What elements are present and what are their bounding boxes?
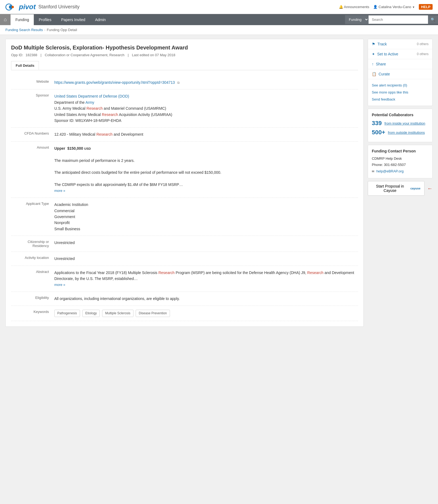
pivot-wordmark: pivot — [19, 3, 36, 11]
nav-item-profiles[interactable]: Profiles — [34, 14, 56, 25]
collaborators-card: Potential Collaborators 339 from inside … — [368, 109, 433, 142]
activity-row: Activity location Unrestricted — [11, 252, 358, 266]
more-opps-link[interactable]: See more opps like this — [372, 89, 429, 96]
website-value: https://www.grants.gov/web/grants/view-o… — [54, 79, 358, 85]
amount-body2: The anticipated direct costs budgeted fo… — [54, 170, 221, 175]
keyword-0[interactable]: Pathogenesis — [54, 310, 80, 317]
track-label: ⚑ Track — [372, 42, 387, 46]
user-icon: 👤 — [373, 5, 377, 9]
sponsor-link-0[interactable]: United States Department of Defense (DOD… — [54, 94, 129, 98]
amount-more-link[interactable]: more » — [54, 189, 65, 193]
breadcrumb-current: Funding Opp Detail — [47, 28, 77, 32]
sponsor-army-link[interactable]: Army — [85, 100, 94, 105]
abstract-label: Abstract — [11, 270, 54, 288]
website-row: Website https://www.grants.gov/web/grant… — [11, 76, 358, 89]
website-label: Website — [11, 79, 54, 85]
email-icon: ✉ — [372, 170, 374, 173]
collaborators-title: Potential Collaborators — [372, 113, 429, 117]
cayuse-area: Start Proposal in Cayuse cayuse ← — [368, 181, 433, 196]
contact-name: CDMRP Help Desk — [372, 155, 429, 162]
eligibility-row: Eligibility All organizations, including… — [11, 292, 358, 306]
cayuse-button[interactable]: Start Proposal in Cayuse cayuse — [368, 181, 424, 196]
amount-row: Amount Upper $150,000 USD The maximum pe… — [11, 142, 358, 198]
opp-type: Collaboration or Cooperative Agreement, … — [45, 53, 125, 57]
amount-label: Amount — [11, 145, 54, 194]
collab-inside-link[interactable]: from inside your institution — [384, 121, 425, 125]
search-input[interactable] — [369, 15, 428, 24]
nav-bar: ⌂ Funding Profiles Papers Invited Admin … — [0, 14, 438, 25]
applicant-type-2: Government — [54, 214, 358, 220]
set-active-label: ✦ Set to Active — [372, 52, 398, 56]
right-panel: ⚑ Track 0 others ✦ Set to Active 0 other… — [368, 39, 433, 327]
abstract-highlight-2: Research — [307, 271, 323, 275]
svg-point-2 — [12, 6, 14, 8]
share-label: ↑ Share — [372, 62, 386, 66]
collab-outside-num: 500+ — [372, 129, 385, 136]
top-header: pivot Stanford University 🔔 Announcement… — [0, 0, 438, 14]
university-name: Stanford University — [38, 4, 79, 10]
applicant-row: Applicant Type Academic Institution Comm… — [11, 198, 358, 236]
search-dropdown[interactable]: Funding Profiles — [345, 15, 369, 24]
curate-icon: 📋 — [372, 72, 376, 76]
curate-action[interactable]: 📋 Curate — [368, 69, 432, 79]
abstract-more-link[interactable]: more » — [54, 283, 65, 287]
share-action[interactable]: ↑ Share — [368, 59, 432, 69]
applicant-type-1: Commercial — [54, 208, 358, 214]
cfda-label: CFDA Numbers — [11, 131, 54, 137]
active-count: 0 others — [417, 52, 429, 56]
nav-item-funding[interactable]: Funding — [11, 14, 34, 25]
collab-outside-link[interactable]: from outside institutions — [388, 131, 425, 135]
help-button[interactable]: HELP — [419, 4, 433, 10]
search-button[interactable]: 🔍 — [428, 15, 438, 24]
amount-body1: The maximum period of performance is 2 y… — [54, 158, 135, 163]
nav-item-papers-invited[interactable]: Papers Invited — [56, 14, 90, 25]
keyword-3[interactable]: Disease Prevention — [136, 310, 170, 317]
alert-recipients-link[interactable]: See alert recipients (0) — [372, 82, 429, 89]
funding-contact-title: Funding Contact Person — [372, 149, 429, 153]
funding-contact-card: Funding Contact Person CDMRP Help Desk P… — [368, 145, 433, 178]
share-icon: ↑ — [372, 62, 374, 66]
announcements-link[interactable]: 🔔 Announcements — [339, 5, 369, 9]
abstract-row: Abstract Applications to the Fiscal Year… — [11, 266, 358, 292]
user-menu[interactable]: 👤 Catalina Verdu-Cano ▼ — [373, 5, 415, 9]
keywords-row: Keywords Pathogenesis Etiology Multiple … — [11, 306, 358, 321]
activity-value: Unrestricted — [54, 256, 358, 262]
breadcrumb-funding-search[interactable]: Funding Search Results — [5, 28, 43, 32]
contact-phone: Phone: 301-682-5507 — [372, 162, 429, 168]
track-count: 0 others — [417, 42, 429, 46]
keyword-2[interactable]: Multiple Sclerosis — [102, 310, 133, 317]
citizenship-row: Citizenship or Residency Unrestricted — [11, 236, 358, 252]
cayuse-logo: cayuse — [410, 187, 420, 190]
logo-area: pivot Stanford University — [5, 3, 79, 11]
arrow-indicator: ← — [427, 185, 433, 192]
funding-contact-info: CDMRP Help Desk Phone: 301-682-5507 ✉ he… — [372, 155, 429, 174]
opp-id: 182388 — [25, 53, 37, 57]
set-active-action[interactable]: ✦ Set to Active 0 others — [368, 49, 432, 59]
applicant-type-0: Academic Institution — [54, 202, 358, 208]
actions-card: ⚑ Track 0 others ✦ Set to Active 0 other… — [368, 39, 433, 106]
contact-email-row: ✉ help@eBRAP.org — [372, 168, 429, 174]
amount-body3: The CDMRP expects to allot approximately… — [54, 182, 183, 187]
send-feedback-link[interactable]: Send feedback — [372, 96, 429, 103]
activity-label: Activity location — [11, 256, 54, 262]
sponsor-value: United States Department of Defense (DOD… — [54, 93, 358, 124]
website-link[interactable]: https://www.grants.gov/web/grants/view-o… — [54, 80, 175, 85]
eligibility-value: All organizations, including internation… — [54, 296, 358, 302]
nav-item-admin[interactable]: Admin — [90, 14, 111, 25]
contact-email-link[interactable]: help@eBRAP.org — [376, 169, 404, 173]
copy-icon[interactable]: ⧉ — [177, 80, 180, 85]
flag-icon: ⚑ — [372, 42, 375, 46]
sponsor-row: Sponsor United States Department of Defe… — [11, 89, 358, 128]
tab-full-details[interactable]: Full Details — [11, 61, 39, 70]
bell-icon: 🔔 — [339, 5, 343, 9]
curate-label: 📋 Curate — [372, 72, 390, 76]
track-action[interactable]: ⚑ Track 0 others — [368, 39, 432, 49]
amount-value: Upper $150,000 USD The maximum period of… — [54, 145, 358, 194]
keyword-1[interactable]: Etiology — [82, 310, 100, 317]
sponsor-line-2: U.S. Army Medical Research and Materiel … — [54, 106, 166, 111]
nav-search-area: Funding Profiles 🔍 — [345, 15, 438, 24]
nav-home-button[interactable]: ⌂ — [0, 14, 11, 25]
sponsor-id: Sponsor ID: W81XWH-18-MSRP-EHDA — [54, 118, 121, 123]
active-icon: ✦ — [372, 52, 375, 56]
eligibility-label: Eligibility — [11, 296, 54, 302]
